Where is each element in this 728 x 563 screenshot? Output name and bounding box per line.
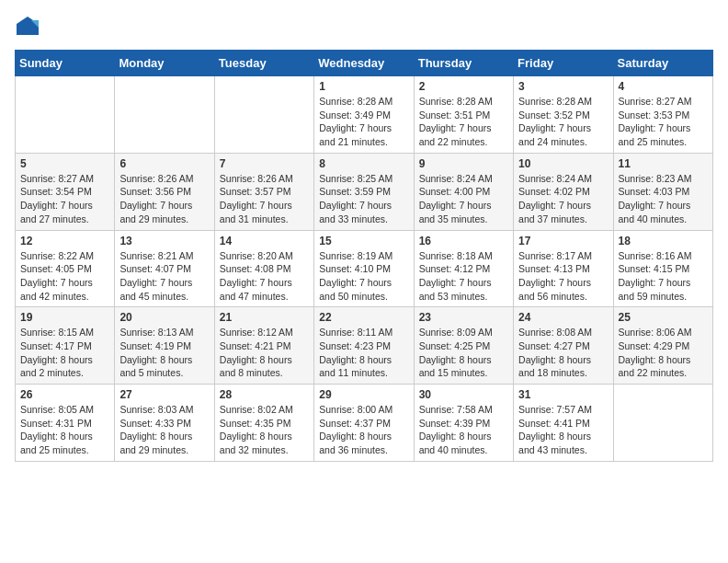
day-number: 31: [518, 388, 608, 401]
day-number: 20: [119, 311, 209, 324]
calendar-cell: 20Sunrise: 8:13 AM Sunset: 4:19 PM Dayli…: [115, 307, 214, 385]
day-number: 14: [220, 235, 309, 247]
page-header: [15, 15, 713, 40]
day-number: 6: [119, 157, 209, 170]
calendar-cell: 16Sunrise: 8:18 AM Sunset: 4:12 PM Dayli…: [414, 230, 513, 307]
logo: [15, 15, 44, 40]
day-info: Sunrise: 8:28 AM Sunset: 3:51 PM Dayligh…: [419, 95, 508, 149]
calendar-cell: 6Sunrise: 8:26 AM Sunset: 3:56 PM Daylig…: [115, 153, 214, 230]
day-number: 7: [220, 157, 309, 170]
day-info: Sunrise: 8:26 AM Sunset: 3:56 PM Dayligh…: [119, 172, 209, 226]
weekday-header: Sunday: [16, 51, 115, 76]
calendar-cell: [16, 76, 115, 154]
day-info: Sunrise: 8:18 AM Sunset: 4:12 PM Dayligh…: [419, 249, 508, 304]
day-info: Sunrise: 8:16 AM Sunset: 4:15 PM Dayligh…: [619, 249, 708, 304]
day-info: Sunrise: 8:28 AM Sunset: 3:52 PM Dayligh…: [518, 95, 608, 149]
calendar-cell: 31Sunrise: 7:57 AM Sunset: 4:41 PM Dayli…: [514, 385, 613, 462]
day-info: Sunrise: 8:27 AM Sunset: 3:54 PM Dayligh…: [20, 172, 109, 226]
day-number: 15: [319, 235, 408, 247]
day-info: Sunrise: 8:13 AM Sunset: 4:19 PM Dayligh…: [119, 326, 209, 380]
day-number: 16: [419, 235, 508, 247]
calendar-cell: 17Sunrise: 8:17 AM Sunset: 4:13 PM Dayli…: [514, 230, 613, 307]
day-info: Sunrise: 8:12 AM Sunset: 4:21 PM Dayligh…: [220, 326, 309, 380]
day-number: 13: [119, 235, 209, 247]
day-info: Sunrise: 8:23 AM Sunset: 4:03 PM Dayligh…: [619, 172, 708, 226]
calendar-cell: 13Sunrise: 8:21 AM Sunset: 4:07 PM Dayli…: [115, 230, 214, 307]
day-info: Sunrise: 7:58 AM Sunset: 4:39 PM Dayligh…: [419, 403, 508, 457]
calendar-cell: 23Sunrise: 8:09 AM Sunset: 4:25 PM Dayli…: [414, 307, 513, 385]
day-number: 1: [319, 80, 408, 93]
day-number: 29: [319, 388, 408, 401]
day-number: 8: [319, 157, 408, 170]
calendar-cell: 21Sunrise: 8:12 AM Sunset: 4:21 PM Dayli…: [214, 307, 313, 385]
day-info: Sunrise: 8:20 AM Sunset: 4:08 PM Dayligh…: [220, 249, 309, 304]
day-number: 10: [518, 157, 608, 170]
calendar-cell: 11Sunrise: 8:23 AM Sunset: 4:03 PM Dayli…: [613, 153, 712, 230]
calendar-cell: 9Sunrise: 8:24 AM Sunset: 4:00 PM Daylig…: [414, 153, 513, 230]
calendar-cell: 14Sunrise: 8:20 AM Sunset: 4:08 PM Dayli…: [214, 230, 313, 307]
day-info: Sunrise: 8:22 AM Sunset: 4:05 PM Dayligh…: [20, 249, 109, 304]
day-number: 17: [518, 235, 608, 247]
day-number: 11: [619, 157, 708, 170]
day-info: Sunrise: 8:28 AM Sunset: 3:49 PM Dayligh…: [319, 95, 408, 149]
day-number: 18: [619, 235, 708, 247]
day-number: 26: [20, 388, 109, 401]
weekday-header: Wednesday: [314, 51, 414, 76]
calendar-cell: [613, 385, 712, 462]
day-info: Sunrise: 8:06 AM Sunset: 4:29 PM Dayligh…: [619, 326, 708, 380]
day-number: 28: [220, 388, 309, 401]
calendar-cell: 7Sunrise: 8:26 AM Sunset: 3:57 PM Daylig…: [214, 153, 313, 230]
weekday-header: Saturday: [613, 51, 712, 76]
calendar-cell: 4Sunrise: 8:27 AM Sunset: 3:53 PM Daylig…: [613, 76, 712, 154]
day-info: Sunrise: 8:19 AM Sunset: 4:10 PM Dayligh…: [319, 249, 408, 304]
day-number: 4: [619, 80, 708, 93]
day-info: Sunrise: 8:24 AM Sunset: 4:00 PM Dayligh…: [419, 172, 508, 226]
day-number: 5: [20, 157, 109, 170]
weekday-header: Tuesday: [214, 51, 313, 76]
calendar-cell: 18Sunrise: 8:16 AM Sunset: 4:15 PM Dayli…: [613, 230, 712, 307]
day-number: 30: [419, 388, 508, 401]
calendar-cell: 15Sunrise: 8:19 AM Sunset: 4:10 PM Dayli…: [314, 230, 414, 307]
day-info: Sunrise: 8:03 AM Sunset: 4:33 PM Dayligh…: [119, 403, 209, 457]
day-number: 9: [419, 157, 508, 170]
calendar-cell: 1Sunrise: 8:28 AM Sunset: 3:49 PM Daylig…: [314, 76, 414, 154]
calendar-cell: 19Sunrise: 8:15 AM Sunset: 4:17 PM Dayli…: [16, 307, 115, 385]
day-info: Sunrise: 8:17 AM Sunset: 4:13 PM Dayligh…: [518, 249, 608, 304]
calendar-cell: 27Sunrise: 8:03 AM Sunset: 4:33 PM Dayli…: [115, 385, 214, 462]
day-number: 23: [419, 311, 508, 324]
calendar-cell: 26Sunrise: 8:05 AM Sunset: 4:31 PM Dayli…: [16, 385, 115, 462]
day-number: 19: [20, 311, 109, 324]
calendar-cell: 8Sunrise: 8:25 AM Sunset: 3:59 PM Daylig…: [314, 153, 414, 230]
day-info: Sunrise: 8:26 AM Sunset: 3:57 PM Dayligh…: [220, 172, 309, 226]
day-number: 25: [619, 311, 708, 324]
calendar-cell: 29Sunrise: 8:00 AM Sunset: 4:37 PM Dayli…: [314, 385, 414, 462]
day-info: Sunrise: 7:57 AM Sunset: 4:41 PM Dayligh…: [518, 403, 608, 457]
day-info: Sunrise: 8:27 AM Sunset: 3:53 PM Dayligh…: [619, 95, 708, 149]
day-info: Sunrise: 8:00 AM Sunset: 4:37 PM Dayligh…: [319, 403, 408, 457]
day-info: Sunrise: 8:02 AM Sunset: 4:35 PM Dayligh…: [220, 403, 309, 457]
day-number: 24: [518, 311, 608, 324]
weekday-header: Thursday: [414, 51, 513, 76]
day-number: 27: [119, 388, 209, 401]
calendar-cell: 5Sunrise: 8:27 AM Sunset: 3:54 PM Daylig…: [16, 153, 115, 230]
weekday-header: Monday: [115, 51, 214, 76]
day-info: Sunrise: 8:08 AM Sunset: 4:27 PM Dayligh…: [518, 326, 608, 380]
calendar-cell: 28Sunrise: 8:02 AM Sunset: 4:35 PM Dayli…: [214, 385, 313, 462]
day-number: 21: [220, 311, 309, 324]
calendar-cell: 10Sunrise: 8:24 AM Sunset: 4:02 PM Dayli…: [514, 153, 613, 230]
day-info: Sunrise: 8:05 AM Sunset: 4:31 PM Dayligh…: [20, 403, 109, 457]
day-info: Sunrise: 8:11 AM Sunset: 4:23 PM Dayligh…: [319, 326, 408, 380]
calendar-cell: [115, 76, 214, 154]
day-info: Sunrise: 8:24 AM Sunset: 4:02 PM Dayligh…: [518, 172, 608, 226]
calendar-cell: 24Sunrise: 8:08 AM Sunset: 4:27 PM Dayli…: [514, 307, 613, 385]
calendar-cell: [214, 76, 313, 154]
day-info: Sunrise: 8:25 AM Sunset: 3:59 PM Dayligh…: [319, 172, 408, 226]
calendar-header: SundayMondayTuesdayWednesdayThursdayFrid…: [16, 51, 713, 76]
day-info: Sunrise: 8:21 AM Sunset: 4:07 PM Dayligh…: [119, 249, 209, 304]
calendar-cell: 22Sunrise: 8:11 AM Sunset: 4:23 PM Dayli…: [314, 307, 414, 385]
calendar-cell: 12Sunrise: 8:22 AM Sunset: 4:05 PM Dayli…: [16, 230, 115, 307]
day-number: 2: [419, 80, 508, 93]
calendar-cell: 25Sunrise: 8:06 AM Sunset: 4:29 PM Dayli…: [613, 307, 712, 385]
weekday-header: Friday: [514, 51, 613, 76]
day-info: Sunrise: 8:15 AM Sunset: 4:17 PM Dayligh…: [20, 326, 109, 380]
